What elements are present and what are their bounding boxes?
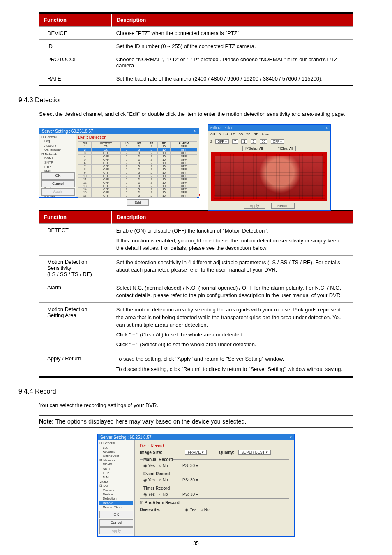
tree-detection[interactable]: Detection (99, 497, 133, 501)
ls-input[interactable]: 7 (232, 139, 238, 144)
tree-onlineuser[interactable]: OnlineUser (99, 454, 133, 458)
tree-network[interactable]: ⊟ Network (41, 152, 74, 157)
manual-yes-radio[interactable]: Yes (143, 463, 155, 468)
tree-ftp[interactable]: FTP (41, 165, 74, 169)
return-button[interactable]: Return (271, 203, 295, 209)
table-row[interactable]: 15OFF73210OFF (78, 191, 197, 194)
ok-button[interactable]: OK (99, 511, 133, 518)
manual-no-radio[interactable]: No (159, 463, 168, 468)
close-icon[interactable]: × (289, 435, 292, 440)
table-cell-function: ID (39, 40, 111, 53)
tree-onlineuser[interactable]: OnlineUser (41, 148, 74, 152)
tree-log[interactable]: Log (99, 446, 133, 450)
tree-network[interactable]: ⊟ Network (99, 458, 133, 463)
table-row[interactable]: 3OFF73210OFF (78, 152, 197, 155)
timer-record-legend: Timer Record (143, 486, 170, 491)
record-dialog: Server Setting : 60.251.8.57 × ⊟ General… (97, 434, 295, 537)
tree-general[interactable]: ⊟ General (99, 441, 133, 445)
manual-ips-select[interactable]: 30 ▾ (190, 463, 198, 468)
event-yes-radio[interactable]: Yes (143, 478, 155, 482)
table-row[interactable]: 5OFF73210OFF (78, 158, 197, 161)
tree-general[interactable]: ⊟ General (41, 135, 74, 139)
table-cell-description: Set the detection sensitivity in 4 diffe… (111, 256, 353, 281)
table-cell-function: DEVICE (39, 27, 111, 40)
apply-button[interactable]: Apply (99, 527, 133, 535)
table-cell-function: Apply / Return (39, 352, 111, 377)
table-cell-description: Select N.C. (normal closed) / N.O. (norm… (111, 281, 353, 303)
dialog-title: Server Setting : 60.251.8.57 (42, 129, 93, 134)
table-row[interactable]: 10OFF73210OFF (78, 175, 197, 178)
apply-button[interactable]: Apply (41, 188, 75, 196)
ok-button[interactable]: OK (41, 172, 75, 180)
tree-account[interactable]: Account (99, 450, 133, 454)
cancel-button[interactable]: Cancel (99, 519, 133, 527)
overwrite-no-radio[interactable]: No (201, 507, 210, 512)
table-row[interactable]: 16OFF73210OFF (78, 194, 197, 198)
table-cell-function: RATE (39, 72, 111, 86)
table-cell-function: PROTOCOL (39, 53, 111, 72)
tree-mail[interactable]: MAIL (99, 475, 133, 479)
prealarm-checkbox[interactable]: Pre-Alarm Record (140, 500, 180, 505)
pane-header: Dvr :: Detection (78, 135, 197, 140)
table-cell-function: Motion DetectionSensitivity(LS / SS / TS… (39, 256, 111, 281)
table-row[interactable]: 12OFF73210OFF (78, 181, 197, 184)
tree-ftp[interactable]: FTP (99, 471, 133, 475)
server-setting-dialog: Server Setting : 60.251.8.57 × ⊟ General… (39, 128, 199, 198)
table-row[interactable]: 11OFF73210OFF (78, 178, 197, 181)
table-cell-description: To save the setting, click "Apply" and r… (111, 352, 353, 377)
tree-sntp[interactable]: SNTP (41, 161, 74, 165)
table-row[interactable]: 7OFF73210OFF (78, 165, 197, 168)
event-ips-select[interactable]: 30 ▾ (190, 478, 198, 482)
tree-sntp[interactable]: SNTP (99, 467, 133, 471)
overwrite-yes-radio[interactable]: Yes (185, 507, 196, 512)
table-row[interactable]: 8OFF73210OFF (78, 168, 197, 171)
ts-input[interactable]: 2 (251, 139, 256, 144)
ss-input[interactable]: 3 (241, 139, 247, 144)
detection-intro: Select the desired channel, and click "E… (39, 110, 353, 118)
edit-button[interactable]: Edit (127, 199, 149, 206)
timer-yes-radio[interactable]: Yes (143, 492, 155, 497)
timer-no-radio[interactable]: No (159, 492, 168, 497)
table-row[interactable]: 2ON73210OFF (78, 148, 197, 152)
th-description: Description (111, 210, 353, 223)
tree-log[interactable]: Log (41, 139, 74, 143)
tree-camera[interactable]: Camera (99, 488, 133, 493)
page-number: 35 (39, 541, 353, 546)
table-cell-description: Set the motion detection area by selecti… (111, 303, 353, 352)
table-row[interactable]: 6OFF73210OFF (78, 161, 197, 165)
table-row[interactable]: 13OFF73210OFF (78, 184, 197, 188)
detect-select[interactable]: OFF ▾ (215, 139, 228, 144)
tree-account[interactable]: Account (41, 144, 74, 148)
close-icon[interactable]: × (326, 126, 328, 130)
tree-device[interactable]: Device (99, 493, 133, 497)
table-cell-description: Choose "NORMAL", "P-D" or "P-P" protocol… (111, 53, 353, 72)
alarm-select[interactable]: OFF ▾ (271, 139, 284, 144)
re-input[interactable]: 10 (260, 139, 267, 144)
close-icon[interactable]: × (194, 129, 196, 134)
timer-ips-select[interactable]: 30 ▾ (190, 492, 198, 497)
detection-area-grid[interactable] (211, 152, 327, 201)
table-row[interactable]: 14OFF73210OFF (78, 188, 197, 191)
table-row[interactable]: 4OFF73210OFF (78, 155, 197, 158)
tree-recordtimer[interactable]: Record Timer (99, 505, 133, 509)
table-row[interactable]: 9OFF73210OFF (78, 171, 197, 175)
table-row[interactable]: 1ON73210OFF (78, 145, 197, 148)
tree-dvr[interactable]: ⊟ Dvr (99, 484, 133, 488)
record-intro: You can select the recording settings of… (39, 401, 353, 410)
function-table-1: Function Description DEVICE Choose "PTZ"… (39, 12, 353, 86)
tree-ddns[interactable]: DDNS (41, 157, 74, 161)
apply-button[interactable]: Apply (244, 203, 265, 209)
quality-select[interactable]: SUPER BEST ▾ (238, 450, 270, 455)
val-ch: 2 (210, 140, 212, 143)
tree-ddns[interactable]: DDNS (99, 463, 133, 467)
tree-video[interactable]: Video (99, 480, 133, 484)
image-size-select[interactable]: FRAME ▾ (185, 450, 207, 455)
lbl-ss: SS (238, 132, 243, 136)
tree-record[interactable]: Record (99, 501, 133, 505)
tree-pane: ⊟ General Log Account OnlineUser ⊟ Netwo… (98, 440, 135, 536)
edit-dialog-title: Edit Detection (210, 126, 233, 130)
select-all-button[interactable]: [+]Select All (242, 146, 265, 151)
clear-all-button[interactable]: [-]Clear All (275, 146, 296, 151)
cancel-button[interactable]: Cancel (41, 180, 75, 188)
event-no-radio[interactable]: No (159, 478, 168, 482)
